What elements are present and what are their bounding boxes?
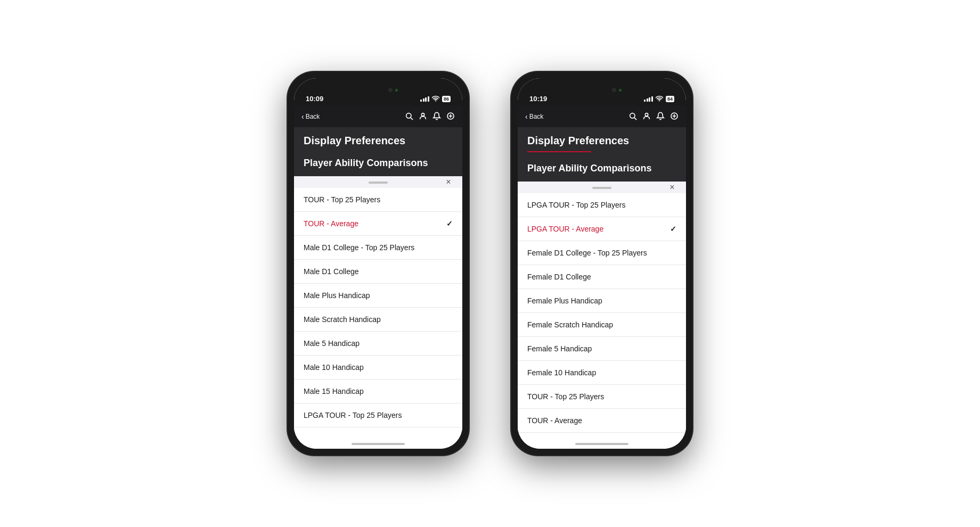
sheet-footer [294,439,462,449]
sheet-handle [592,187,611,189]
wifi-icon [656,95,663,103]
list-item-label: LPGA TOUR - Average [527,225,603,233]
svg-line-1 [411,118,413,120]
list-item[interactable]: Male D1 College [294,260,462,284]
wifi-icon [432,95,439,103]
sheet-footer [518,439,686,449]
svg-point-2 [421,113,424,116]
nav-action-icons [405,112,455,122]
list-item[interactable]: Male 5 Handicap [294,332,462,356]
list-item-label: TOUR - Average [527,416,582,425]
list-item-label: Female 5 Handicap [527,344,592,353]
list-item-label: Female Scratch Handicap [527,320,613,329]
list-item-label: Female D1 College [527,273,591,281]
search-icon[interactable] [405,112,413,122]
bottom-sheet: × LPGA TOUR - Top 25 Players LPGA TOUR -… [518,182,686,449]
back-label: Back [529,113,544,120]
list-item-label: Female 10 Handicap [527,368,596,377]
battery-indicator: 84 [666,96,674,102]
dynamic-island [578,83,626,97]
list-item-label: Male Plus Handicap [304,291,370,300]
list-item-label: Male 5 Handicap [304,339,360,348]
back-chevron: ‹ [525,112,528,121]
list-item-label: Male 10 Handicap [304,363,364,372]
phone-screen: 10:09 86 [294,78,462,449]
page-header: Display Preferences [294,127,462,152]
status-icons: 84 [644,95,674,103]
list-item[interactable]: LPGA TOUR - Average ✓ [518,217,686,241]
list-item-label: Female D1 College - Top 25 Players [527,249,647,257]
bell-icon[interactable] [432,112,441,122]
list-item[interactable]: Female Plus Handicap [518,289,686,313]
camera-dot [388,88,393,92]
add-icon[interactable] [446,112,455,122]
search-icon[interactable] [628,112,637,122]
list-item-label: LPGA TOUR - Top 25 Players [527,201,625,209]
page-title: Display Preferences [527,135,676,147]
page-title: Display Preferences [304,135,453,147]
home-indicator [575,443,628,445]
list-item-label: LPGA TOUR - Top 25 Players [304,411,402,419]
list-item[interactable]: TOUR - Top 25 Players [518,385,686,409]
person-icon[interactable] [642,112,651,122]
camera-dot [612,88,616,92]
list-item-label: Male D1 College [304,267,359,276]
sheet-header: × [294,176,462,188]
nav-bar: ‹ Back [294,106,462,127]
comparisons-header: Player Ability Comparisons [518,158,686,182]
close-button[interactable]: × [666,182,679,194]
options-list: TOUR - Top 25 Players TOUR - Average ✓ M… [294,188,462,439]
add-icon[interactable] [670,112,679,122]
list-item-label: TOUR - Top 25 Players [304,195,380,204]
list-item-label: TOUR - Top 25 Players [527,392,604,401]
signal-icon [420,96,429,102]
list-item[interactable]: LPGA TOUR - Top 25 Players [294,404,462,427]
camera-light [395,89,398,92]
page-header: Display Preferences [518,127,686,158]
sheet-handle [369,182,388,184]
comparisons-title: Player Ability Comparisons [304,158,453,169]
list-item[interactable]: TOUR - Average ✓ [294,212,462,236]
list-item-label: Male 15 Handicap [304,387,364,396]
list-item[interactable]: TOUR - Average [518,409,686,433]
list-item[interactable]: Male 15 Handicap [294,380,462,404]
phone-left: 10:09 86 [288,72,469,455]
sheet-header: × [518,182,686,193]
bell-icon[interactable] [656,112,665,122]
phone-screen: 10:19 84 [518,78,686,449]
camera-light [619,89,622,92]
back-label: Back [306,113,320,120]
list-item[interactable]: Male D1 College - Top 25 Players [294,236,462,260]
tab-underline [527,151,591,152]
selected-checkmark: ✓ [446,219,453,228]
list-item[interactable]: TOUR - Top 25 Players [294,188,462,212]
status-time: 10:19 [529,95,547,103]
back-button[interactable]: ‹ Back [301,112,320,121]
comparisons-header: Player Ability Comparisons [294,152,462,176]
list-item[interactable]: Male 10 Handicap [294,356,462,380]
list-item-label: Male D1 College - Top 25 Players [304,243,414,252]
list-item[interactable]: Female D1 College - Top 25 Players [518,241,686,265]
list-item-label: Male Scratch Handicap [304,315,381,324]
home-indicator [352,443,405,445]
phones-container: 10:09 86 [288,72,692,455]
nav-action-icons [628,112,679,122]
svg-line-7 [634,118,636,120]
list-item[interactable]: Female Scratch Handicap [518,313,686,337]
back-button[interactable]: ‹ Back [525,112,543,121]
svg-point-8 [645,113,648,116]
list-item[interactable]: Male Plus Handicap [294,284,462,308]
list-item[interactable]: Male Scratch Handicap [294,308,462,332]
close-button[interactable]: × [442,176,455,188]
person-icon[interactable] [419,112,427,122]
list-item[interactable]: Female D1 College [518,265,686,289]
list-item[interactable]: Female 5 Handicap [518,337,686,361]
dynamic-island [354,83,402,97]
signal-icon [644,96,653,102]
comparisons-title: Player Ability Comparisons [527,163,676,174]
list-item[interactable]: Female 10 Handicap [518,361,686,385]
list-item[interactable]: LPGA TOUR - Top 25 Players [518,193,686,217]
phone-right: 10:19 84 [511,72,692,455]
battery-indicator: 86 [442,96,451,102]
bottom-sheet: × TOUR - Top 25 Players TOUR - Average ✓ [294,176,462,449]
